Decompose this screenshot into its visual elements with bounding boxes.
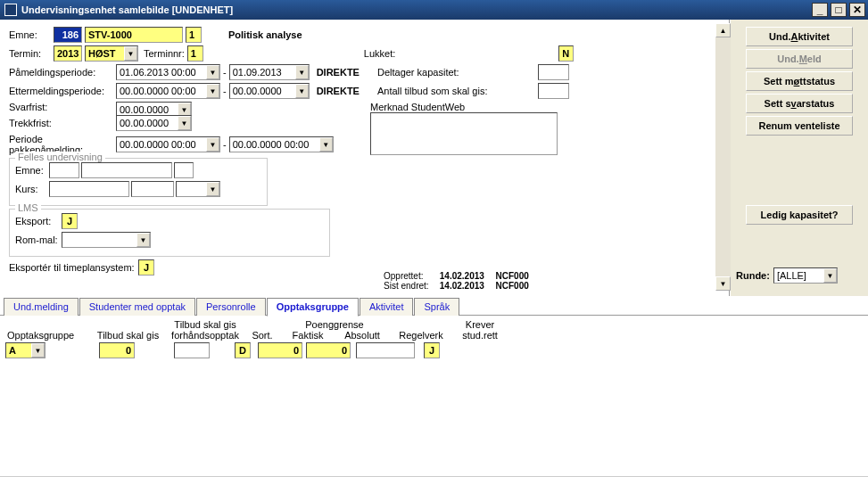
tab-und-melding[interactable]: Und.melding bbox=[4, 298, 79, 316]
gh-absolutt: Absolutt bbox=[335, 330, 389, 341]
chevron-down-icon[interactable]: ▼ bbox=[295, 65, 309, 79]
deltager-label: Deltager kapasitet: bbox=[377, 67, 511, 78]
felles-kurs2[interactable] bbox=[131, 181, 174, 197]
pamelding-label: Påmeldingsperiode: bbox=[9, 67, 116, 78]
antall-label: Antall tilbud som skal gis: bbox=[377, 86, 511, 96]
lms-eksport-input[interactable] bbox=[62, 213, 78, 229]
row-forhand[interactable] bbox=[174, 342, 210, 358]
terminnr-label: Terminnr: bbox=[144, 48, 185, 59]
chevron-down-icon[interactable]: ▼ bbox=[206, 137, 219, 152]
felles-emne1[interactable] bbox=[49, 162, 79, 178]
chevron-down-icon[interactable]: ▼ bbox=[31, 343, 45, 358]
termin-label: Termin: bbox=[9, 48, 54, 59]
tab-sprak[interactable]: Språk bbox=[414, 298, 459, 316]
felles-emne3[interactable] bbox=[174, 162, 194, 178]
row-regelverk[interactable] bbox=[356, 342, 415, 358]
sistendret-user: NCF000 bbox=[496, 281, 529, 291]
tab-aktivitet[interactable]: Aktivitet bbox=[360, 298, 414, 316]
etter-type: DIREKTE bbox=[317, 86, 360, 96]
runde-label: Runde: bbox=[736, 270, 770, 281]
felles-legend: Felles undervisning bbox=[15, 152, 105, 162]
felles-kurs3[interactable]: ▼ bbox=[176, 181, 220, 197]
und-meld-button[interactable]: Und.Meld bbox=[746, 49, 853, 69]
gh-regelverk: Regelverk bbox=[389, 330, 453, 341]
scroll-down-icon[interactable]: ▼ bbox=[715, 276, 731, 291]
lukket-label: Lukket: bbox=[364, 48, 426, 59]
chevron-down-icon[interactable]: ▼ bbox=[136, 233, 150, 247]
pamelding-type: DIREKTE bbox=[317, 67, 360, 78]
und-aktivitet-button[interactable]: Und.Aktivitet bbox=[746, 27, 853, 46]
table-row: A ▼ bbox=[5, 342, 863, 358]
emne-code-input[interactable] bbox=[54, 27, 82, 43]
antall-input[interactable] bbox=[538, 83, 569, 99]
deltager-input[interactable] bbox=[538, 64, 569, 80]
chevron-down-icon[interactable]: ▼ bbox=[206, 182, 219, 196]
row-opptaksgruppe[interactable]: A ▼ bbox=[5, 342, 45, 358]
felles-kurs-label: Kurs: bbox=[15, 184, 49, 194]
runde-select[interactable]: [ALLE] ▼ bbox=[773, 267, 838, 284]
felles-emne2[interactable] bbox=[81, 162, 172, 178]
row-faktisk[interactable] bbox=[258, 342, 302, 358]
chevron-down-icon[interactable]: ▼ bbox=[178, 116, 191, 130]
row-studrett[interactable] bbox=[424, 342, 440, 358]
lms-rommal-label: Rom-mal: bbox=[15, 234, 62, 245]
left-scrollbar[interactable]: ▲ ▼ bbox=[715, 23, 731, 291]
chevron-down-icon[interactable]: ▼ bbox=[319, 137, 333, 152]
felles-kurs1[interactable] bbox=[49, 181, 129, 197]
gh-forhand: Tilbud skal gisforhåndsopptak bbox=[166, 319, 244, 341]
eksporter-input[interactable] bbox=[138, 259, 154, 276]
close-button[interactable]: ✕ bbox=[849, 3, 865, 17]
row-absolutt[interactable] bbox=[306, 342, 351, 358]
emne-title: Politisk analyse bbox=[228, 29, 302, 40]
gh-sort: Sort. bbox=[244, 330, 280, 341]
emne-num-input[interactable] bbox=[186, 27, 202, 43]
opprettet-label: Opprettet: bbox=[384, 271, 437, 281]
gh-tilbud: Tilbud skal gis bbox=[90, 330, 166, 341]
pamelding-from[interactable]: 01.06.2013 00:00 ▼ bbox=[116, 64, 220, 80]
emne-label: Emne: bbox=[9, 29, 54, 40]
opprettet-user: NCF000 bbox=[496, 271, 529, 281]
gh-studrett: Kreverstud.rett bbox=[453, 319, 507, 341]
ledig-kapasitet-button[interactable]: Ledig kapasitet? bbox=[746, 205, 853, 225]
lms-rommal-select[interactable]: ▼ bbox=[62, 232, 151, 248]
lms-legend: LMS bbox=[15, 202, 41, 213]
tab-studenter[interactable]: Studenter med opptak bbox=[79, 298, 195, 316]
etter-to[interactable]: 00.00.0000 ▼ bbox=[229, 83, 310, 99]
sistendret-date: 14.02.2013 bbox=[440, 281, 493, 291]
terminnr-input[interactable] bbox=[187, 45, 203, 62]
chevron-down-icon[interactable]: ▼ bbox=[206, 65, 219, 79]
etter-label: Ettermeldingsperiode: bbox=[9, 86, 116, 96]
chevron-down-icon[interactable]: ▼ bbox=[206, 84, 219, 98]
etter-from[interactable]: 00.00.0000 00:00 ▼ bbox=[116, 83, 220, 99]
chevron-down-icon[interactable]: ▼ bbox=[124, 46, 137, 61]
sett-mottstatus-button[interactable]: Sett møttstatus bbox=[746, 71, 853, 91]
tab-opptaksgruppe[interactable]: Opptaksgruppe bbox=[267, 298, 359, 317]
merknad-label: Merknad StudentWeb bbox=[370, 102, 465, 112]
felles-emne-label: Emne: bbox=[15, 165, 49, 176]
renum-venteliste-button[interactable]: Renum venteliste bbox=[746, 116, 853, 136]
termin-year-input[interactable] bbox=[54, 45, 82, 62]
row-tilbud[interactable] bbox=[99, 342, 135, 358]
row-sort[interactable] bbox=[235, 342, 251, 358]
chevron-down-icon[interactable]: ▼ bbox=[295, 84, 309, 98]
pamelding-to[interactable]: 01.09.2013 ▼ bbox=[229, 64, 310, 80]
gh-opptaksgruppe: Opptaksgruppe bbox=[5, 330, 90, 341]
sett-svarstatus-button[interactable]: Sett svarstatus bbox=[746, 94, 853, 113]
lukket-input[interactable] bbox=[558, 45, 574, 62]
tab-personrolle[interactable]: Personrolle bbox=[196, 298, 266, 316]
minimize-button[interactable]: _ bbox=[812, 3, 828, 17]
chevron-down-icon[interactable]: ▼ bbox=[823, 268, 837, 283]
trekk-label: Trekkfrist: bbox=[9, 118, 116, 128]
emne-kurs-input[interactable] bbox=[85, 27, 183, 43]
svar-label: Svarfrist: bbox=[9, 102, 116, 112]
scroll-up-icon[interactable]: ▲ bbox=[715, 23, 731, 37]
gh-poenggrense: Poenggrense bbox=[280, 319, 389, 330]
opprettet-date: 14.02.2013 bbox=[440, 271, 493, 281]
trekk-date[interactable]: 00.00.0000 ▼ bbox=[116, 115, 192, 131]
merknad-textarea[interactable] bbox=[370, 112, 558, 155]
maximize-button[interactable]: □ bbox=[831, 3, 847, 17]
eksporter-label: Eksportér til timeplansystem: bbox=[9, 262, 138, 273]
pakke-to[interactable]: 00.00.0000 00:00 ▼ bbox=[229, 136, 334, 152]
pakke-from[interactable]: 00.00.0000 00:00 ▼ bbox=[116, 136, 220, 152]
termin-sem-select[interactable]: HØST ▼ bbox=[85, 45, 138, 62]
